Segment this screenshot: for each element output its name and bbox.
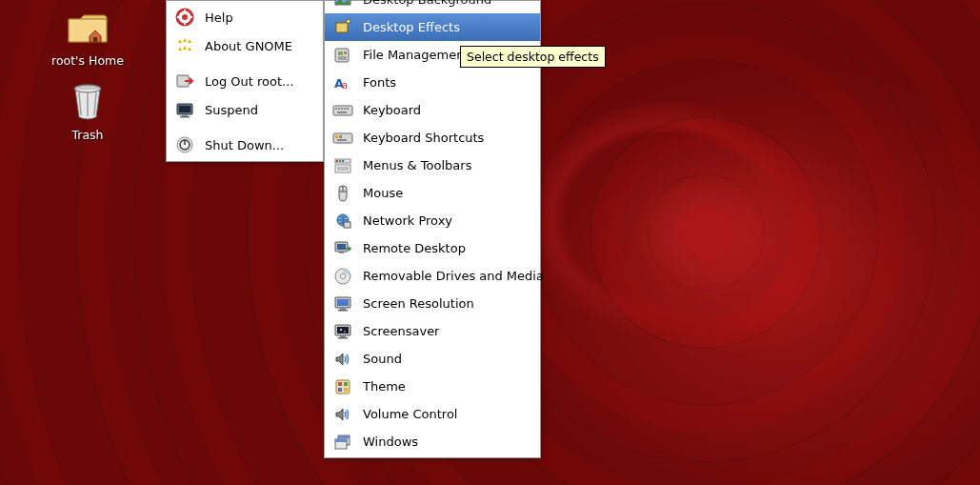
svg-rect-9 [180, 116, 190, 118]
svg-rect-66 [338, 435, 350, 438]
menu-item-label: Keyboard [363, 103, 530, 117]
logout-icon [174, 71, 195, 91]
menu-item-keyboard-shortcuts[interactable]: Keyboard Shortcuts [325, 124, 540, 152]
menu-item-label: Removable Drives and Media [363, 269, 544, 283]
svg-rect-25 [338, 108, 340, 110]
menu-item-removable-drives[interactable]: Removable Drives and Media [325, 262, 540, 290]
menu-item-menus-toolbars[interactable]: Menus & Toolbars [325, 152, 540, 179]
svg-rect-46 [337, 244, 346, 250]
menu-item-fonts[interactable]: Aa Fonts [325, 69, 540, 96]
svg-rect-63 [338, 388, 342, 392]
menu-item-label: Screen Resolution [363, 296, 530, 311]
menu-item-keyboard[interactable]: Keyboard [325, 96, 540, 124]
svg-rect-37 [342, 160, 344, 162]
trash-icon [65, 78, 110, 124]
svg-rect-26 [341, 108, 343, 110]
tooltip-text: Select desktop effects [467, 50, 599, 64]
keyboard-icon [332, 100, 353, 121]
suspend-icon [174, 99, 195, 120]
menu-item-label: Suspend [205, 103, 313, 117]
menu-item-suspend[interactable]: Suspend [167, 95, 323, 124]
menu-item-label: Windows [363, 434, 530, 449]
svg-rect-68 [335, 439, 347, 442]
svg-rect-61 [338, 382, 342, 386]
menu-item-label: Menus & Toolbars [363, 158, 530, 172]
menu-item-label: Desktop Effects [363, 20, 530, 34]
network-proxy-icon [332, 211, 353, 232]
menu-item-sound[interactable]: Sound [325, 345, 540, 373]
svg-rect-47 [339, 252, 344, 253]
menu-item-desktop-effects[interactable]: Desktop Effects [325, 13, 540, 41]
menu-item-logout[interactable]: Log Out root... [167, 67, 323, 95]
menu-item-label: Sound [363, 352, 530, 366]
help-icon [174, 7, 195, 28]
svg-rect-23 [333, 106, 352, 115]
menu-item-windows[interactable]: Windows [325, 428, 540, 455]
menu-item-desktop-background[interactable]: Desktop Background [325, 0, 540, 13]
menu-item-volume-control[interactable]: Volume Control [325, 400, 540, 428]
svg-rect-53 [338, 310, 348, 312]
menu-item-screen-resolution[interactable]: Screen Resolution [325, 290, 540, 317]
menu-item-label: Volume Control [363, 407, 530, 421]
removable-drives-icon [332, 266, 353, 287]
desktop-icon-label: Trash [42, 128, 133, 142]
menu-item-label: Desktop Background [363, 0, 530, 7]
menu-item-label: About GNOME [205, 39, 313, 53]
svg-rect-18 [338, 51, 343, 55]
menu-item-remote-desktop[interactable]: Remote Desktop [325, 234, 540, 262]
windows-icon [332, 432, 353, 453]
menu-item-help[interactable]: Help [167, 3, 323, 31]
menus-toolbars-icon [332, 155, 353, 176]
menu-item-label: Help [205, 10, 313, 25]
svg-rect-55 [337, 327, 349, 333]
folder-home-icon [65, 4, 110, 50]
shutdown-icon [174, 134, 195, 155]
desktop-effects-icon [332, 17, 353, 38]
menu-item-mouse[interactable]: Mouse [325, 179, 540, 207]
mouse-icon [332, 183, 353, 204]
menu-item-label: Mouse [363, 186, 530, 200]
svg-rect-28 [347, 108, 349, 110]
sound-icon [332, 349, 353, 370]
menu-separator [169, 63, 321, 64]
fonts-icon: Aa [332, 72, 353, 93]
svg-rect-52 [340, 308, 346, 310]
svg-rect-59 [338, 337, 348, 339]
svg-point-57 [344, 331, 345, 332]
desktop-icon-trash[interactable]: Trash [42, 78, 133, 142]
svg-point-56 [340, 329, 342, 331]
desktop-icon-roots-home[interactable]: root's Home [42, 4, 133, 68]
theme-icon [332, 376, 353, 397]
menu-item-label: Fonts [363, 75, 530, 90]
svg-point-4 [182, 14, 188, 20]
menu-separator [169, 127, 321, 128]
desktop-background-icon [332, 0, 353, 10]
menu-item-network-proxy[interactable]: Network Proxy [325, 207, 540, 234]
menu-item-theme[interactable]: Theme [325, 373, 540, 400]
svg-rect-7 [179, 106, 190, 112]
svg-rect-36 [339, 160, 341, 162]
svg-rect-8 [182, 114, 188, 116]
svg-rect-64 [344, 388, 348, 392]
screensaver-icon [332, 321, 353, 342]
menu-item-label: Remote Desktop [363, 241, 530, 255]
menu-item-label: Network Proxy [363, 213, 530, 228]
about-icon [174, 35, 195, 56]
svg-rect-33 [337, 139, 347, 141]
menu-item-shutdown[interactable]: Shut Down... [167, 131, 323, 159]
svg-rect-51 [337, 299, 349, 306]
menu-item-label: Screensaver [363, 324, 530, 338]
svg-rect-27 [344, 108, 346, 110]
svg-rect-20 [338, 56, 347, 60]
keyboard-shortcuts-icon [332, 128, 353, 149]
svg-rect-38 [335, 165, 350, 172]
menu-item-about-gnome[interactable]: About GNOME [167, 31, 323, 60]
svg-rect-15 [336, 23, 348, 32]
file-management-icon [332, 45, 353, 66]
menu-item-label: Keyboard Shortcuts [363, 131, 530, 145]
svg-rect-29 [337, 111, 347, 113]
svg-rect-44 [344, 222, 350, 228]
desktop-icon-label: root's Home [42, 53, 133, 68]
screen-resolution-icon [332, 293, 353, 314]
menu-item-screensaver[interactable]: Screensaver [325, 317, 540, 345]
